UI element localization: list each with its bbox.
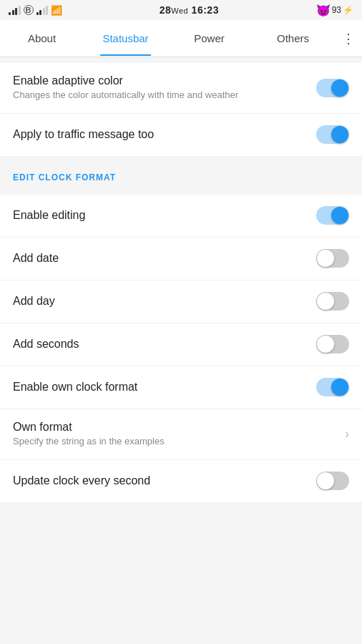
section-2-rows: Enable editing Add date Add day Add (0, 195, 362, 503)
add-day-toggle-knob (317, 293, 334, 310)
add-date-title: Add date (13, 252, 308, 265)
own-format-desc: Specify the string as in the examples (13, 436, 331, 448)
own-clock-format-toggle[interactable] (316, 378, 349, 396)
status-bar: B 📶 28Wed 16:23 😈 93 ⚡ (0, 0, 362, 20)
update-clock-title: Update clock every second (13, 474, 308, 487)
traffic-message-toggle-knob (331, 126, 348, 143)
row-own-format[interactable]: Own format Specify the string as in the … (0, 409, 362, 460)
status-bar-time: 28Wed 16:23 (160, 4, 219, 16)
signal-bars-2 (36, 5, 49, 15)
wifi-icon: 📶 (51, 5, 62, 16)
battery-demon-icon: 😈 (316, 4, 331, 17)
traffic-message-toggle[interactable] (316, 125, 349, 144)
signal-bars-1 (9, 5, 21, 15)
add-date-toggle[interactable] (316, 249, 349, 268)
traffic-message-title: Apply to traffic message too (13, 128, 308, 141)
tab-others[interactable]: Others (251, 21, 335, 56)
row-traffic-message: Apply to traffic message too (0, 114, 362, 157)
enable-editing-toggle[interactable] (316, 206, 349, 225)
own-format-chevron-icon: › (345, 426, 349, 441)
own-format-title: Own format (13, 421, 331, 434)
section-clock-format-header: EDIT CLOCK FORMAT (0, 162, 362, 189)
battery-bolt: ⚡ (343, 5, 353, 15)
tab-statusbar[interactable]: Statusbar (84, 21, 167, 56)
battery-percent: 93 (332, 5, 341, 15)
update-clock-toggle[interactable] (316, 472, 349, 490)
own-clock-format-title: Enable own clock format (13, 381, 308, 394)
add-day-toggle[interactable] (316, 292, 349, 311)
section-2: EDIT CLOCK FORMAT Enable editing Add dat… (0, 162, 362, 503)
enable-editing-title: Enable editing (13, 209, 308, 222)
add-seconds-toggle-knob (317, 336, 334, 353)
row-add-day: Add day (0, 280, 362, 323)
status-bar-left: B 📶 (9, 5, 62, 16)
row-update-clock: Update clock every second (0, 460, 362, 503)
add-day-title: Add day (13, 295, 308, 308)
add-date-toggle-knob (317, 250, 334, 267)
row-adaptive-color: Enable adaptive color Changes the color … (0, 63, 362, 114)
adaptive-color-toggle-knob (331, 79, 348, 97)
tab-bar: About Statusbar Power Others ⋮ (0, 20, 362, 57)
add-seconds-toggle[interactable] (316, 335, 349, 353)
b-icon: B (24, 5, 34, 15)
status-time: 16:23 (192, 4, 219, 16)
row-enable-editing: Enable editing (0, 195, 362, 238)
tab-about[interactable]: About (0, 21, 84, 56)
adaptive-color-toggle[interactable] (316, 79, 349, 97)
own-clock-format-toggle-knob (331, 379, 348, 396)
row-own-clock-format: Enable own clock format (0, 366, 362, 409)
status-day: Wed (171, 6, 188, 15)
battery-area: 😈 93 ⚡ (316, 4, 353, 17)
row-add-date: Add date (0, 238, 362, 280)
status-date: 28 (160, 4, 172, 16)
row-add-seconds: Add seconds (0, 323, 362, 366)
update-clock-toggle-knob (317, 472, 334, 489)
tab-more-button[interactable]: ⋮ (335, 19, 362, 58)
adaptive-color-title: Enable adaptive color (13, 74, 308, 87)
tab-power[interactable]: Power (167, 21, 251, 56)
adaptive-color-desc: Changes the color automatically with tim… (13, 89, 308, 102)
section-1: Enable adaptive color Changes the color … (0, 63, 362, 157)
add-seconds-title: Add seconds (13, 338, 308, 351)
enable-editing-toggle-knob (331, 207, 348, 224)
